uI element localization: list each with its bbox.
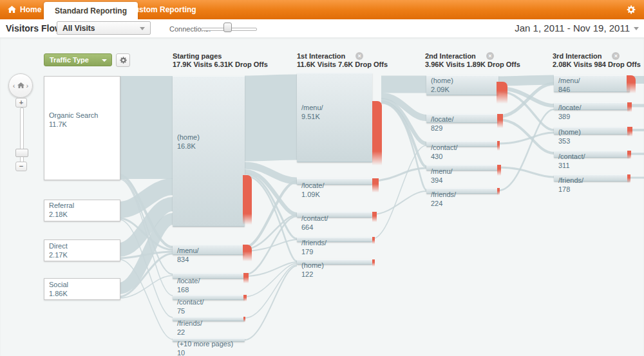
column-subtitle: 3.96K Visits 1.89K Drop Offs <box>425 61 520 69</box>
zoom-in-button[interactable]: + <box>15 98 27 108</box>
drop-off-bar[interactable] <box>627 174 630 183</box>
flow-link[interactable] <box>245 266 297 340</box>
flow-link[interactable] <box>245 182 297 247</box>
column-title: 2nd Interaction <box>425 52 476 60</box>
column-subtitle: 2.08K Visits 984 Drop Offs <box>553 61 641 69</box>
flow-node-friends[interactable] <box>173 317 245 321</box>
drop-off-bar[interactable] <box>497 141 500 151</box>
flow-node-locate[interactable] <box>297 178 372 185</box>
flow-node-locate[interactable] <box>426 114 498 123</box>
column-header-starting-pages: Starting pages 17.9K Visits 6.31K Drop O… <box>173 52 268 69</box>
source-node-social[interactable] <box>44 278 120 300</box>
drop-off-bar[interactable] <box>372 237 375 244</box>
flow-link[interactable] <box>498 120 554 153</box>
drop-off-bar[interactable] <box>627 127 632 136</box>
flow-link[interactable] <box>381 102 426 167</box>
flow-node-locate[interactable] <box>554 102 630 110</box>
column-subtitle: 11.6K Visits 7.6K Drop Offs <box>297 61 388 69</box>
column-header-3rd-interaction: 3rd Interaction× 2.08K Visits 984 Drop O… <box>553 52 641 69</box>
flow-node-friends[interactable] <box>297 237 372 242</box>
pan-home-icon[interactable] <box>17 82 24 89</box>
column-header-1st-interaction: 1st Interaction× 11.6K Visits 7.6K Drop … <box>297 52 388 69</box>
flow-settings-gear-button[interactable] <box>116 53 130 67</box>
drop-off-bar[interactable] <box>243 245 252 261</box>
close-column-icon[interactable]: × <box>355 52 363 60</box>
pan-control[interactable]: ‹ › <box>8 73 33 98</box>
flow-link[interactable] <box>245 117 297 118</box>
drop-off-bar[interactable] <box>243 295 247 301</box>
close-column-icon[interactable]: × <box>486 52 494 60</box>
drop-off-bar[interactable] <box>627 75 636 93</box>
drop-off-bar[interactable] <box>497 82 507 104</box>
drop-off-bar[interactable] <box>497 114 503 128</box>
flow-node-friends[interactable] <box>554 174 630 182</box>
drop-off-bar[interactable] <box>372 178 379 192</box>
flow-node-contact[interactable] <box>554 151 630 158</box>
flow-node-contact[interactable] <box>173 295 245 300</box>
column-title: 1st Interaction <box>297 52 345 60</box>
flow-node-menu[interactable] <box>426 165 498 171</box>
dimension-dropdown-label: Traffic Type <box>50 56 89 64</box>
flow-node-contact[interactable] <box>426 141 498 147</box>
flow-node-menu[interactable] <box>173 245 245 255</box>
zoom-slider-handle[interactable] <box>15 149 28 157</box>
flow-node-home[interactable] <box>554 127 630 135</box>
drop-off-bar[interactable] <box>372 259 375 267</box>
flow-node-home[interactable] <box>297 259 372 265</box>
visitors-flow-app: Home Standard Reporting Custom Reporting… <box>0 0 644 356</box>
flow-node-contact[interactable] <box>297 212 372 218</box>
drop-off-bar[interactable] <box>497 165 501 176</box>
close-column-icon[interactable]: × <box>612 52 620 60</box>
gear-icon <box>119 56 128 64</box>
drop-off-bar[interactable] <box>372 101 382 165</box>
source-node-direct[interactable] <box>44 239 120 261</box>
flow-node-locate[interactable] <box>173 273 245 279</box>
flow-node-menu[interactable] <box>554 75 630 92</box>
drop-off-bar[interactable] <box>627 102 632 112</box>
flow-link[interactable] <box>119 259 173 339</box>
flow-node-home[interactable] <box>426 75 498 95</box>
chevron-down-icon <box>102 59 107 62</box>
flow-link[interactable] <box>498 167 554 177</box>
drop-off-bar[interactable] <box>372 212 377 222</box>
zoom-out-button[interactable]: − <box>15 162 27 171</box>
column-header-2nd-interaction: 2nd Interaction× 3.96K Visits 1.89K Drop… <box>425 52 520 69</box>
flow-link[interactable] <box>498 80 554 81</box>
dimension-dropdown[interactable]: Traffic Type <box>44 53 112 66</box>
flow-node-friends[interactable] <box>426 188 498 194</box>
drop-off-bar[interactable] <box>243 273 249 283</box>
flow-node-menu[interactable] <box>297 73 372 162</box>
pan-left-icon[interactable]: ‹ <box>13 82 15 89</box>
column-title: Starting pages <box>173 52 222 60</box>
drop-off-bar[interactable] <box>243 175 252 225</box>
flow-node-more-pages[interactable] <box>173 338 245 342</box>
pan-right-icon[interactable]: › <box>26 82 29 89</box>
drop-off-bar[interactable] <box>627 151 631 159</box>
drop-off-bar[interactable] <box>243 317 245 322</box>
column-subtitle: 17.9K Visits 6.31K Drop Offs <box>173 61 268 69</box>
source-node-referral[interactable] <box>44 200 120 221</box>
column-title: 3rd Interaction <box>553 52 601 60</box>
source-node-organic-search[interactable] <box>44 76 120 180</box>
drop-off-bar[interactable] <box>497 188 500 195</box>
flow-node-home[interactable] <box>173 76 245 227</box>
